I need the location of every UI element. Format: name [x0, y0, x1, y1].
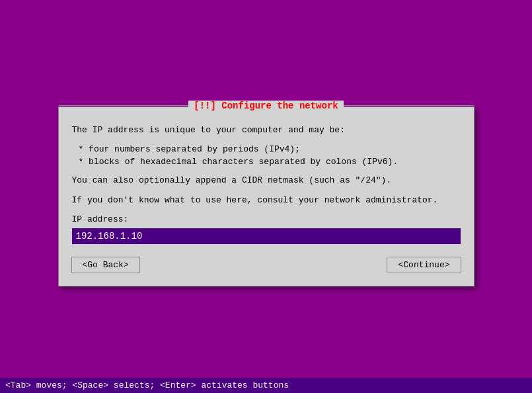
status-bar-text: <Tab> moves; <Space> selects; <Enter> ac…: [5, 380, 289, 390]
continue-button[interactable]: <Continue>: [387, 257, 460, 273]
ip-label: IP address:: [72, 214, 461, 224]
bullet-item-2: * blocks of hexadecimal characters separ…: [79, 157, 461, 167]
title-line-right: [344, 105, 474, 106]
dialog-title-bar: [!!] Configure the network: [59, 101, 474, 111]
title-line-left: [59, 105, 189, 106]
dialog-body: The IP address is unique to your compute…: [59, 118, 474, 286]
bullet-item-1: * four numbers separated by periods (IPv…: [79, 144, 461, 154]
ip-address-input[interactable]: [72, 228, 461, 244]
dialog-title: [!!] Configure the network: [188, 101, 343, 111]
intro-text: The IP address is unique to your compute…: [72, 124, 461, 136]
admin-note: If you don't know what to use here, cons…: [72, 195, 461, 206]
ip-input-row[interactable]: [72, 228, 461, 244]
cidr-note: You can also optionally append a CIDR ne…: [72, 175, 461, 187]
bullet-list: * four numbers separated by periods (IPv…: [79, 144, 461, 167]
button-row: <Go Back> <Continue>: [72, 254, 461, 276]
configure-network-dialog: [!!] Configure the network The IP addres…: [58, 107, 475, 287]
status-bar: <Tab> moves; <Space> selects; <Enter> ac…: [0, 378, 532, 393]
go-back-button[interactable]: <Go Back>: [72, 257, 139, 273]
